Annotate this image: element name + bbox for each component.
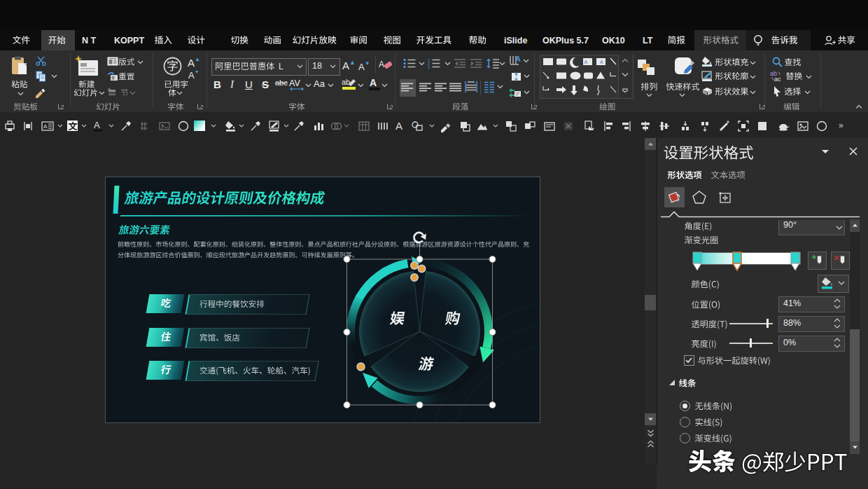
svg-text:AV: AV <box>289 78 300 88</box>
svg-text:A: A <box>584 60 588 64</box>
svg-text:ab: ab <box>342 78 350 86</box>
svg-text:A: A <box>515 55 521 63</box>
svg-text:A: A <box>396 120 402 132</box>
svg-text:A: A <box>94 120 100 130</box>
svg-text:3: 3 <box>428 65 430 69</box>
svg-text:A: A <box>43 123 48 130</box>
svg-text:A: A <box>600 60 603 64</box>
svg-text:A: A <box>370 77 377 88</box>
svg-text:A: A <box>379 60 384 69</box>
svg-text:ac: ac <box>774 76 781 82</box>
